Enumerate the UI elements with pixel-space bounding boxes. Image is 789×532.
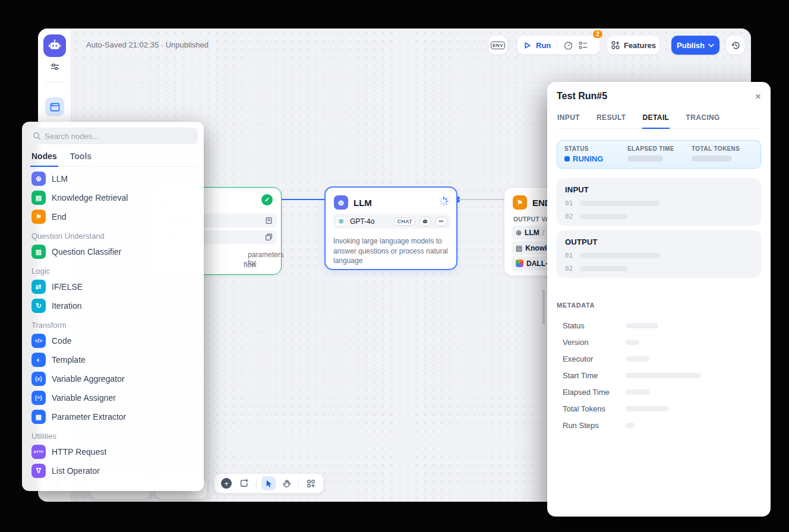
node-item-variable-assigner[interactable]: {=}Variable Assigner	[28, 388, 198, 407]
node-item-iteration[interactable]: ↻Iteration	[28, 296, 198, 315]
run-tab-detail[interactable]: DETAIL	[642, 113, 670, 129]
metadata-title: METADATA	[557, 302, 761, 309]
metadata-skeleton	[626, 356, 649, 362]
start-desc-fragment: flow	[244, 261, 256, 269]
llm-node-title: LLM	[354, 198, 372, 208]
node-panel-tabs: NodesTools	[28, 144, 198, 167]
elapsed-time-skeleton	[627, 156, 663, 162]
metadata-skeleton	[626, 390, 649, 395]
knowledge-icon: ▤	[516, 244, 522, 252]
run-tab-result[interactable]: RESULT	[596, 113, 627, 129]
metadata-row: Start Time	[557, 367, 761, 384]
run-tab-tracing[interactable]: TRACING	[685, 113, 720, 129]
node-item-label: Parameter Extractor	[52, 412, 126, 422]
node-item-list-operator[interactable]: ∇List Operator	[28, 461, 198, 480]
features-button[interactable]: Features	[607, 36, 660, 55]
node-item-variable-aggregator[interactable]: {x}Variable Aggregator	[28, 369, 198, 388]
run-panel-title: Test Run#5	[557, 91, 607, 102]
hand-tool-button[interactable]	[279, 476, 293, 490]
run-panel-tabs: INPUTRESULTDETAILTRACING	[557, 113, 761, 129]
tab-tools[interactable]: Tools	[69, 150, 93, 167]
elapsed-time-label: ELAPSED TIME	[627, 145, 692, 152]
node-group-title: Utilities	[31, 432, 194, 441]
node-search-input[interactable]	[45, 132, 193, 141]
llm-icon: ⊕	[31, 172, 46, 186]
history-button[interactable]	[726, 36, 745, 55]
close-icon[interactable]: ×	[755, 91, 761, 102]
add-node-button[interactable]: +	[219, 476, 233, 490]
autosave-status: Auto-Saved 21:02:35 · Unpublished	[86, 40, 209, 49]
metadata-row: Version	[557, 334, 761, 350]
chat-badge: CHAT	[394, 217, 415, 226]
end-icon: ⚑	[31, 210, 46, 224]
node-item-llm[interactable]: ⊕LLM	[28, 169, 198, 188]
node-search-box[interactable]	[28, 128, 198, 144]
node-item-http-request[interactable]: HTTPHTTP Request	[28, 442, 198, 461]
value-skeleton	[580, 214, 627, 219]
chevron-down-icon	[708, 43, 714, 48]
node-item-label: Knowledge Retrieval	[52, 193, 128, 202]
metadata-row: Run Steps	[557, 417, 761, 433]
value-skeleton	[580, 201, 660, 206]
run-button-group: Run	[517, 36, 600, 55]
variable-assigner-icon: {=}	[31, 391, 46, 405]
output-card: OUTPUT 0102	[557, 230, 761, 278]
node-item-knowledge-retrieval[interactable]: ▤Knowledge Retrieval	[28, 188, 198, 207]
vision-badge	[435, 217, 447, 226]
llm-icon: ⊕	[516, 229, 522, 237]
sidebar-divider	[45, 82, 64, 83]
question-classifier-icon: ▥	[31, 245, 46, 259]
app-logo-robot-icon[interactable]	[43, 34, 66, 57]
gpt-4o-icon: ✻	[336, 216, 346, 227]
metadata-skeleton	[626, 323, 658, 328]
metadata-label: Status	[563, 321, 626, 330]
preferences-sliders-icon[interactable]	[49, 61, 60, 72]
run-tab-input[interactable]: INPUT	[557, 113, 580, 129]
row-number: 02	[565, 213, 573, 220]
tab-nodes[interactable]: Nodes	[30, 150, 58, 167]
row-number: 01	[565, 252, 573, 259]
success-check-icon: ✓	[261, 194, 273, 205]
node-item-code[interactable]: </>Code	[28, 331, 198, 350]
node-item-template[interactable]: ◐Template	[28, 350, 198, 369]
organize-nodes-button[interactable]	[304, 476, 318, 490]
metadata-skeleton	[626, 406, 668, 411]
node-item-question-classifier[interactable]: ▥Question Classifier	[28, 242, 198, 261]
canvas-toolbar: +	[214, 473, 324, 493]
metadata-skeleton	[626, 423, 635, 428]
node-group-title: Question Understand	[31, 232, 194, 240]
node-item-if-else[interactable]: ⇄IF/ELSE	[28, 277, 198, 296]
value-skeleton	[580, 266, 627, 271]
canvas-scrollbar[interactable]	[542, 290, 545, 324]
add-note-button[interactable]	[237, 476, 251, 490]
node-item-label: End	[52, 212, 67, 221]
node-item-label: Variable Assigner	[52, 393, 116, 403]
model-selector[interactable]: ✻ GPT-4o CHAT	[333, 214, 450, 229]
metadata-skeleton	[626, 373, 701, 378]
play-icon	[523, 42, 531, 49]
metadata-row: Elapsed Time	[557, 384, 761, 400]
node-item-parameter-extractor[interactable]: ▦Parameter Extractor	[28, 407, 198, 426]
history-icon	[731, 40, 741, 50]
dall-e-icon	[516, 259, 523, 267]
value-skeleton	[580, 253, 660, 258]
node-item-end[interactable]: ⚑End	[28, 207, 198, 226]
node-item-label: IF/ELSE	[52, 282, 83, 292]
metadata-label: Total Tokens	[563, 404, 626, 413]
pointer-tool-button[interactable]	[261, 476, 276, 490]
divider	[557, 41, 557, 49]
workflow-window-icon[interactable]	[45, 97, 64, 116]
llm-node[interactable]: ⊕ LLM ✻ GPT-4o CHAT	[324, 186, 457, 270]
node-search-panel: NodesTools ⊕LLM▤Knowledge Retrieval⚑EndQ…	[22, 122, 204, 491]
list-operator-icon: ∇	[31, 464, 46, 478]
divider	[256, 479, 257, 487]
run-button[interactable]: Run	[536, 41, 551, 50]
env-button[interactable]: ENV	[488, 36, 507, 55]
stopwatch-icon[interactable]	[563, 40, 573, 50]
llm-icon: ⊕	[334, 195, 348, 210]
edge-llm-end	[459, 199, 504, 200]
publish-button[interactable]: Publish	[671, 36, 719, 55]
checklist-icon[interactable]	[578, 40, 588, 50]
node-item-label: LLM	[52, 174, 68, 183]
test-run-panel: Test Run#5 × INPUTRESULTDETAILTRACING ST…	[547, 82, 771, 517]
